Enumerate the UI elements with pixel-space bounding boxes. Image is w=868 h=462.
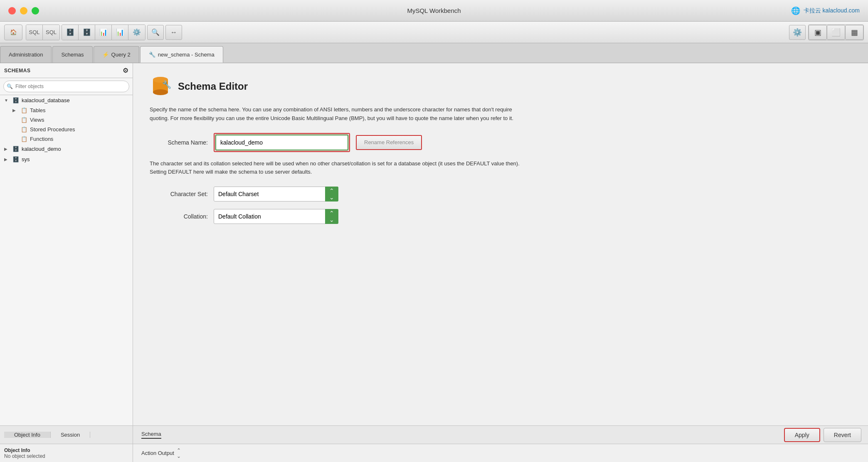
schema-name-row: Schema Name: Rename References — [150, 133, 851, 152]
tree-item-functions[interactable]: 📋 Functions — [8, 134, 133, 144]
revert-button[interactable]: Revert — [824, 428, 861, 442]
table-inspector-button[interactable]: 🗄️ — [79, 25, 95, 40]
action-bar: Object Info Session Schema Apply Revert — [0, 425, 868, 444]
kalacloud-database-children: ▶ 📋 Tables 📋 Views 📋 Stored Procedures — [0, 106, 133, 144]
tree-item-kalacloud-demo[interactable]: ▶ 🗄️ kalacloud_demo — [0, 144, 133, 154]
schema-cylinder-icon: 🔧 — [150, 76, 171, 97]
brand-icon: 🌐 — [791, 6, 800, 15]
db-icon-kalacloud-database: 🗄️ — [12, 97, 19, 103]
layout-buttons: ⚙️ ▣ ⬜ ▦ — [789, 25, 864, 40]
collation-select-wrap: Default Collation ⌃⌄ — [214, 209, 338, 224]
new-connection-button[interactable]: SQL — [26, 25, 43, 40]
tab-administration-label: Administration — [9, 52, 43, 58]
layout-1-button[interactable]: ▣ — [809, 25, 827, 40]
toolbar: 🏠 SQL SQL 🗄️ 🗄️ 📊 📊 ⚙️ 🔍 ↔️ ⚙️ ▣ ⬜ ▦ — [0, 22, 868, 43]
sidebar-title: SCHEMAS — [4, 68, 31, 74]
tree-item-sys[interactable]: ▶ 🗄️ sys — [0, 154, 133, 165]
charset-description: The character set and its collation sele… — [150, 160, 524, 177]
db-icon-sys: 🗄️ — [12, 156, 19, 162]
manage-connections-button[interactable]: SQL — [43, 25, 59, 40]
schema-tree: ▼ 🗄️ kalacloud_database ▶ 📋 Tables 📋 Vie… — [0, 95, 133, 425]
views-icon: 📋 — [21, 117, 27, 123]
tree-arrow-kalacloud-demo: ▶ — [4, 147, 10, 151]
tree-label-views: Views — [30, 117, 44, 123]
session-label: Session — [61, 432, 80, 438]
maximize-button[interactable] — [32, 7, 39, 15]
schema-tab-label: Schema — [141, 431, 161, 439]
schema-editor-icon: 🔧 — [149, 52, 155, 58]
editor-title: Schema Editor — [178, 81, 248, 92]
apply-revert-area: Apply Revert — [777, 428, 868, 442]
tab-object-info[interactable]: Object Info — [4, 432, 51, 438]
filter-input[interactable] — [3, 81, 129, 92]
bottom-tabs-container: Object Info Session — [0, 426, 133, 444]
apply-button[interactable]: Apply — [784, 428, 820, 442]
layout-3-button[interactable]: ▦ — [845, 25, 863, 40]
migration-button[interactable]: ↔️ — [165, 25, 182, 40]
query2-icon: ⚡ — [102, 52, 109, 58]
execute-button[interactable]: ⚙️ — [128, 25, 145, 40]
fn-icon: 📋 — [21, 136, 27, 142]
schema-group: 🗄️ 🗄️ 📊 📊 ⚙️ — [62, 25, 145, 40]
schema-name-label: Schema Name: — [150, 139, 208, 146]
brand-logo: 🌐 卡拉云 kalacloud.com — [791, 6, 860, 15]
tab-administration[interactable]: Administration — [0, 46, 52, 63]
no-object-text: No object selected — [4, 453, 128, 459]
window-title: MySQL Workbench — [407, 7, 461, 14]
tab-session[interactable]: Session — [51, 432, 90, 438]
filter-wrap: 🔍 — [3, 81, 129, 92]
tree-label-kalacloud-database: kalacloud_database — [22, 97, 70, 103]
sp-icon: 📋 — [21, 126, 27, 133]
editor-header: 🔧 Schema Editor — [150, 76, 851, 97]
tab-schemas-label: Schemas — [61, 52, 84, 58]
tab-query2[interactable]: ⚡ Query 2 — [94, 46, 139, 63]
charset-select-wrap: Default Charset ⌃⌄ — [214, 187, 338, 202]
search-button[interactable]: 🔍 — [147, 25, 164, 40]
charset-row: Character Set: Default Charset ⌃⌄ — [150, 187, 851, 202]
rename-references-button[interactable]: Rename References — [356, 135, 422, 150]
tree-arrow-kalacloud-database: ▼ — [4, 98, 10, 103]
svg-text:🔧: 🔧 — [162, 80, 171, 89]
sidebar-filter: 🔍 — [0, 78, 133, 95]
schema-name-input[interactable] — [215, 135, 348, 150]
object-info-bar: Object Info No object selected Action Ou… — [0, 444, 868, 462]
sidebar: SCHEMAS ⚙ 🔍 ▼ 🗄️ kalacloud_database ▶ 📋 … — [0, 63, 133, 425]
minimize-button[interactable] — [20, 7, 27, 15]
tab-schemas[interactable]: Schemas — [52, 46, 92, 63]
charset-select[interactable]: Default Charset — [214, 187, 338, 202]
table-data-button[interactable]: 📊 — [112, 25, 128, 40]
data-button[interactable]: 📊 — [95, 25, 112, 40]
sidebar-header: SCHEMAS ⚙ — [0, 63, 133, 78]
tree-item-views[interactable]: 📋 Views — [8, 115, 133, 125]
expand-icon[interactable]: ⌃⌄ — [177, 447, 181, 459]
tables-icon: 📋 — [21, 107, 27, 113]
sidebar-settings-button[interactable]: ⚙ — [123, 66, 128, 74]
collation-select[interactable]: Default Collation — [214, 209, 338, 224]
tables-arrow: ▶ — [12, 108, 18, 113]
schema-name-wrapper — [214, 133, 350, 152]
home-icon: 🏠 — [10, 29, 17, 35]
brand-text: 卡拉云 kalacloud.com — [804, 7, 860, 15]
main-layout: SCHEMAS ⚙ 🔍 ▼ 🗄️ kalacloud_database ▶ 📋 … — [0, 63, 868, 425]
tree-item-stored-procedures[interactable]: 📋 Stored Procedures — [8, 125, 133, 134]
collation-label: Collation: — [150, 213, 208, 220]
close-button[interactable] — [8, 7, 16, 15]
action-output-area: Action Output ⌃⌄ — [133, 444, 868, 462]
db-icon-kalacloud-demo: 🗄️ — [12, 146, 19, 152]
schema-description: Specify the name of the schema here. You… — [150, 106, 524, 123]
tree-label-stored-procedures: Stored Procedures — [30, 126, 75, 133]
create-schema-button[interactable]: 🗄️ — [62, 25, 79, 40]
tree-item-kalacloud-database[interactable]: ▼ 🗄️ kalacloud_database — [0, 95, 133, 106]
content-area: 🔧 Schema Editor Specify the name of the … — [133, 63, 868, 425]
tab-bar: Administration Schemas ⚡ Query 2 🔧 new_s… — [0, 43, 868, 63]
schema-editor-body: 🔧 Schema Editor Specify the name of the … — [133, 63, 868, 425]
home-button[interactable]: 🏠 — [4, 25, 22, 40]
tree-label-sys: sys — [22, 156, 30, 162]
tab-schema-editor-label: new_schema - Schema — [158, 52, 215, 58]
object-info-sidebar: Object Info No object selected — [0, 444, 133, 462]
tab-schema-editor[interactable]: 🔧 new_schema - Schema — [140, 46, 223, 63]
tree-item-tables[interactable]: ▶ 📋 Tables — [8, 106, 133, 115]
settings-button[interactable]: ⚙️ — [789, 25, 806, 40]
layout-2-button[interactable]: ⬜ — [827, 25, 845, 40]
db-connect-group: SQL SQL — [26, 25, 60, 40]
